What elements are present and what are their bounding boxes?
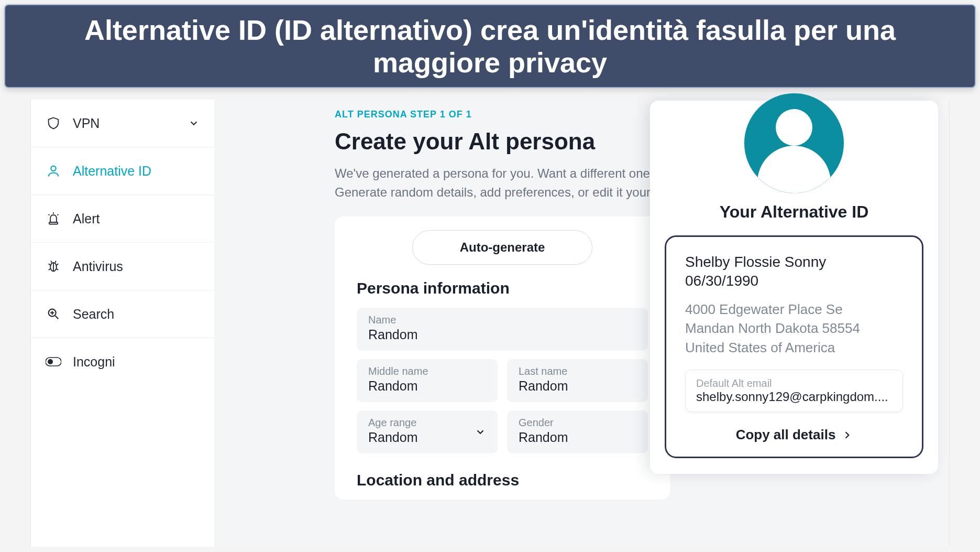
persona-address: 4000 Edgewater Place Se Mandan North Dak… [685, 300, 903, 357]
alternative-id-card: Your Alternative ID Shelby Flossie Sonny… [650, 101, 938, 474]
age-range-field[interactable]: Age range Random [357, 410, 498, 453]
sidebar-item-alternative-id[interactable]: Alternative ID [31, 147, 214, 195]
overlay-banner: Alternative ID (ID alternativo) crea un'… [4, 4, 976, 88]
chevron-down-icon [475, 426, 486, 438]
gender-field-label: Gender [519, 417, 636, 429]
overlay-banner-text: Alternative ID (ID alternativo) crea un'… [84, 14, 896, 78]
gender-field-value: Random [519, 430, 636, 445]
name-field-value: Random [368, 327, 636, 342]
sidebar-item-label: Incogni [73, 354, 115, 370]
alternative-id-title: Your Alternative ID [665, 202, 923, 222]
svg-point-0 [51, 166, 56, 171]
auto-generate-button[interactable]: Auto-generate [412, 230, 593, 265]
svg-point-5 [48, 359, 53, 364]
avatar [744, 93, 844, 193]
middle-name-field-label: Middle name [368, 365, 486, 377]
address-line-1: 4000 Edgewater Place Se [685, 300, 903, 319]
sidebar-item-label: VPN [73, 116, 100, 131]
chevron-right-icon [842, 430, 852, 440]
sidebar-item-incogni[interactable]: Incogni [31, 338, 214, 385]
sidebar-item-alert[interactable]: Alert [31, 195, 214, 243]
persona-section-title: Persona information [357, 279, 648, 297]
avatar-wrap [665, 88, 923, 193]
persona-dob: 06/30/1990 [685, 273, 903, 289]
default-alt-email-value: shelby.sonny129@carpkingdom.... [696, 389, 892, 404]
sidebar-item-label: Antivirus [73, 259, 123, 274]
siren-icon [46, 211, 61, 226]
last-name-field-value: Random [519, 378, 636, 394]
persona-card: Auto-generate Persona information Name R… [335, 217, 670, 500]
svg-rect-1 [49, 222, 58, 224]
person-icon [46, 163, 61, 179]
middle-name-field[interactable]: Middle name Random [357, 359, 498, 402]
name-field[interactable]: Name Random [357, 308, 648, 351]
location-section-title: Location and address [357, 471, 648, 489]
search-icon [46, 306, 61, 322]
sidebar-item-label: Alternative ID [73, 164, 151, 179]
copy-all-details-button[interactable]: Copy all details [685, 427, 903, 443]
sidebar: VPN Alternative ID Alert Antivirus [31, 100, 214, 547]
name-field-label: Name [368, 314, 636, 326]
sidebar-item-label: Alert [73, 211, 100, 226]
last-name-field-label: Last name [519, 365, 636, 377]
chevron-down-icon [188, 117, 200, 129]
bug-icon [46, 258, 61, 274]
page-lead: We've generated a persona for you. Want … [335, 164, 680, 202]
persona-name: Shelby Flossie Sonny [685, 254, 903, 270]
age-range-field-label: Age range [368, 417, 486, 429]
last-name-field[interactable]: Last name Random [507, 359, 648, 402]
sidebar-item-antivirus[interactable]: Antivirus [31, 243, 214, 290]
shield-icon [46, 115, 61, 131]
sidebar-item-search[interactable]: Search [31, 290, 214, 338]
sidebar-item-label: Search [73, 307, 114, 322]
gender-field[interactable]: Gender Random [507, 410, 648, 453]
address-line-2: Mandan North Dakota 58554 [685, 319, 903, 338]
toggle-icon [46, 354, 61, 370]
default-alt-email-box[interactable]: Default Alt email shelby.sonny129@carpki… [685, 370, 903, 412]
age-range-field-value: Random [368, 430, 486, 445]
copy-all-details-label: Copy all details [736, 427, 836, 443]
default-alt-email-label: Default Alt email [696, 377, 892, 389]
sidebar-item-vpn[interactable]: VPN [31, 100, 214, 147]
address-line-3: United States of America [685, 338, 903, 357]
middle-name-field-value: Random [368, 378, 486, 394]
alternative-id-details: Shelby Flossie Sonny 06/30/1990 4000 Edg… [665, 235, 923, 458]
